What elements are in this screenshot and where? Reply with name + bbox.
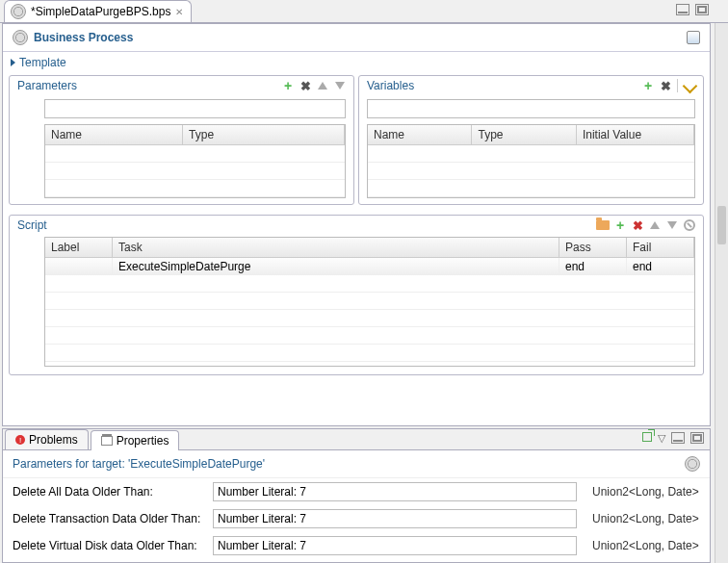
- script-table: Label Task Pass Fail ExecuteSimpleDatePu…: [44, 237, 695, 367]
- col-type[interactable]: Type: [472, 125, 576, 144]
- bps-file-icon: [11, 4, 26, 19]
- variables-toolbar: + ✖: [640, 78, 697, 93]
- minimize-icon[interactable]: [676, 4, 689, 15]
- variables-filter-input[interactable]: [367, 99, 695, 118]
- editor-window-controls: [676, 4, 709, 15]
- error-icon: !: [15, 435, 25, 445]
- col-name[interactable]: Name: [45, 125, 183, 144]
- param-type: Union2<Long, Date>: [585, 512, 700, 525]
- layout-toggle-icon[interactable]: [687, 31, 700, 44]
- cell-pass: end: [559, 258, 627, 274]
- parameter-row: Delete Virtual Disk data Older Than: Uni…: [3, 532, 710, 559]
- param-value-input[interactable]: [213, 482, 577, 501]
- script-rows[interactable]: ExecuteSimpleDatePurge end end: [45, 258, 694, 366]
- add-icon[interactable]: +: [612, 218, 628, 233]
- move-up-icon[interactable]: [647, 218, 663, 233]
- param-label: Delete Virtual Disk data Older Than:: [13, 539, 205, 552]
- tab-problems[interactable]: ! Problems: [5, 429, 89, 449]
- script-toolbar: + ✖: [595, 218, 697, 233]
- col-task[interactable]: Task: [113, 238, 559, 257]
- parameters-rows[interactable]: [45, 145, 345, 197]
- properties-subtitle: Parameters for target: 'ExecuteSimpleDat…: [13, 457, 265, 471]
- parameters-table: Name Type: [44, 124, 346, 198]
- business-process-form: Business Process Template Parameters + ✖…: [2, 23, 711, 426]
- editor-tab-bar: *SimpleDataPurgeBPS.bps ✕: [0, 0, 728, 23]
- delete-icon[interactable]: ✖: [298, 78, 313, 93]
- template-section-header[interactable]: Template: [3, 52, 710, 73]
- view-menu-icon[interactable]: ▽: [658, 432, 665, 445]
- parameters-panel: Parameters + ✖ Name Type: [9, 75, 354, 205]
- gear-icon[interactable]: [685, 456, 700, 472]
- variables-rows[interactable]: [368, 145, 694, 197]
- table-row[interactable]: ExecuteSimpleDatePurge end end: [45, 258, 694, 275]
- move-down-icon[interactable]: [664, 218, 680, 233]
- separator: [677, 79, 678, 92]
- add-icon[interactable]: +: [640, 78, 656, 93]
- bottom-tab-bar: ! Problems Properties ▽: [3, 429, 710, 450]
- chevron-right-icon: [11, 59, 15, 66]
- template-label: Template: [19, 56, 66, 69]
- variables-panel: Variables + ✖ Name Type Initial Value: [358, 75, 704, 205]
- variables-table: Name Type Initial Value: [367, 124, 695, 198]
- parameters-filter-input[interactable]: [44, 99, 346, 118]
- parameter-row: Delete All Data Older Than: Union2<Long,…: [3, 478, 710, 505]
- maximize-icon[interactable]: [690, 432, 704, 444]
- param-label: Delete All Data Older Than:: [13, 485, 205, 499]
- col-fail[interactable]: Fail: [627, 238, 694, 257]
- cell-task: ExecuteSimpleDatePurge: [113, 258, 559, 274]
- properties-icon: [101, 436, 113, 446]
- col-pass[interactable]: Pass: [559, 238, 627, 257]
- close-icon[interactable]: ✕: [175, 7, 183, 17]
- col-type[interactable]: Type: [183, 125, 345, 144]
- move-up-icon[interactable]: [315, 78, 330, 93]
- variables-title: Variables: [367, 79, 414, 92]
- script-title: Script: [17, 218, 47, 232]
- param-label: Delete Transaction Data Older Than:: [13, 512, 205, 525]
- vertical-scrollbar[interactable]: [715, 23, 728, 563]
- col-label[interactable]: Label: [45, 238, 113, 257]
- parameters-title: Parameters: [17, 79, 77, 92]
- minimize-icon[interactable]: [671, 432, 685, 444]
- cell-fail: end: [627, 258, 694, 274]
- bottom-view: ! Problems Properties ▽ Parameters for t…: [2, 428, 711, 563]
- editor-tab[interactable]: *SimpleDataPurgeBPS.bps ✕: [4, 0, 192, 22]
- col-name[interactable]: Name: [368, 125, 472, 144]
- edit-icon[interactable]: [682, 78, 697, 93]
- disable-icon[interactable]: [682, 218, 697, 233]
- maximize-icon[interactable]: [695, 4, 709, 15]
- link-external-icon[interactable]: [642, 432, 652, 442]
- parameter-row: Delete Transaction Data Older Than: Unio…: [3, 505, 710, 532]
- param-type: Union2<Long, Date>: [585, 539, 700, 552]
- param-value-input[interactable]: [213, 536, 577, 555]
- param-type: Union2<Long, Date>: [585, 485, 700, 499]
- open-folder-icon[interactable]: [595, 218, 611, 233]
- editor-tab-title: *SimpleDataPurgeBPS.bps: [31, 5, 170, 18]
- tab-properties[interactable]: Properties: [91, 430, 180, 450]
- param-value-input[interactable]: [213, 509, 577, 528]
- properties-subtitle-bar: Parameters for target: 'ExecuteSimpleDat…: [3, 450, 710, 478]
- delete-icon[interactable]: ✖: [658, 78, 673, 93]
- delete-icon[interactable]: ✖: [630, 218, 645, 233]
- add-icon[interactable]: +: [280, 78, 296, 93]
- move-down-icon[interactable]: [332, 78, 348, 93]
- parameters-toolbar: + ✖: [280, 78, 348, 93]
- page-title: Business Process: [34, 31, 133, 44]
- script-panel: Script + ✖ Label Task Pass Fail ExecuteS…: [9, 215, 704, 375]
- business-process-icon: [13, 30, 28, 45]
- form-header: Business Process: [3, 24, 710, 52]
- cell-label: [45, 258, 113, 274]
- col-initial[interactable]: Initial Value: [577, 125, 694, 144]
- scrollbar-thumb[interactable]: [717, 206, 726, 244]
